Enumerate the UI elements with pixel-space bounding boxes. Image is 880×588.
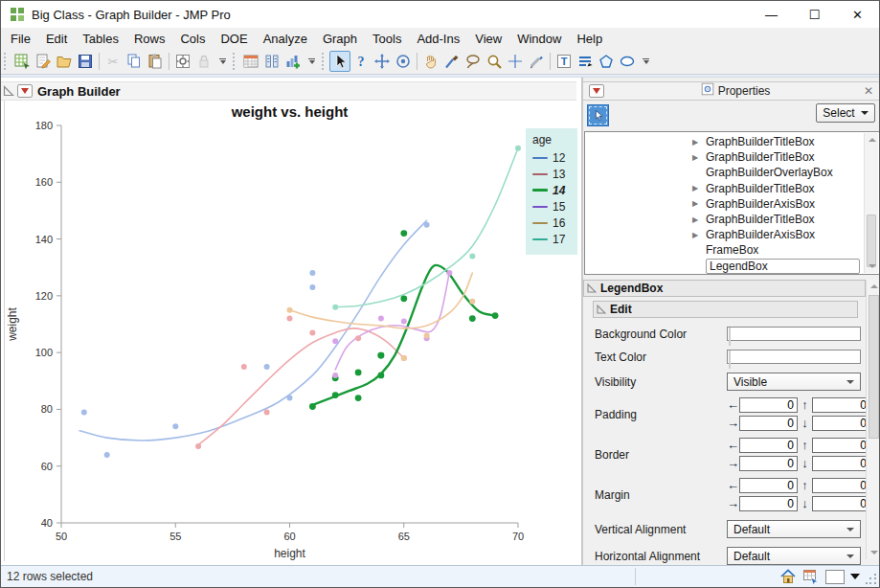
properties-red-triangle-button[interactable] bbox=[589, 84, 604, 98]
scrollbar-thumb[interactable] bbox=[869, 295, 879, 439]
legend-item-age-14[interactable]: 14 bbox=[532, 182, 577, 198]
visibility-select[interactable]: Visible bbox=[727, 373, 861, 391]
data-point-age-12[interactable] bbox=[104, 452, 110, 458]
scroll-down-icon[interactable] bbox=[865, 260, 879, 273]
data-point-age-14[interactable] bbox=[400, 295, 407, 302]
chart[interactable]: weight vs. height50556065704060801001201… bbox=[1, 101, 576, 565]
background-color-swatch[interactable] bbox=[727, 327, 861, 341]
menu-edit[interactable]: Edit bbox=[38, 30, 75, 48]
minimize-button[interactable]: — bbox=[750, 1, 793, 28]
toolbar-grip[interactable] bbox=[322, 53, 327, 70]
toolbar-overflow-icon[interactable] bbox=[641, 58, 651, 64]
lock-icon[interactable] bbox=[193, 51, 214, 72]
data-point-age-12[interactable] bbox=[264, 364, 270, 370]
data-point-age-15[interactable] bbox=[378, 316, 384, 322]
tree-item-graphbuilderaxisbox[interactable]: ▶GraphBuilderAxisBox bbox=[692, 227, 879, 242]
tree-item-graphbuildertitlebox[interactable]: ▶GraphBuilderTitleBox bbox=[692, 212, 879, 227]
save-icon[interactable] bbox=[75, 51, 96, 72]
menu-cols[interactable]: Cols bbox=[172, 30, 213, 48]
legend-item-age-12[interactable]: 12 bbox=[532, 149, 577, 166]
window-list-box[interactable] bbox=[825, 570, 845, 584]
padding-top-input[interactable] bbox=[812, 397, 870, 413]
text-color-swatch[interactable] bbox=[727, 350, 861, 364]
tree-scrollbar[interactable] bbox=[864, 133, 878, 273]
data-point-age-15[interactable] bbox=[332, 338, 338, 344]
legend-item-age-15[interactable]: 15 bbox=[532, 198, 577, 215]
journal-icon[interactable] bbox=[33, 51, 54, 72]
hand-icon[interactable] bbox=[420, 51, 441, 72]
add-graph-icon[interactable] bbox=[282, 51, 304, 72]
data-point-age-13[interactable] bbox=[264, 409, 270, 415]
data-point-age-14[interactable] bbox=[378, 373, 385, 379]
toolbar-grip[interactable] bbox=[233, 53, 237, 70]
bullseye-icon[interactable] bbox=[393, 51, 414, 72]
menu-addins[interactable]: Add-Ins bbox=[409, 30, 467, 48]
toolbar-overflow-icon[interactable] bbox=[306, 58, 317, 64]
move-tool-icon[interactable] bbox=[372, 51, 393, 72]
horizontal-alignment-select[interactable]: Default bbox=[727, 547, 861, 565]
lasso-icon[interactable] bbox=[463, 51, 484, 72]
padding-right-input[interactable] bbox=[739, 416, 798, 431]
data-point-age-13[interactable] bbox=[309, 329, 315, 335]
data-point-age-12[interactable] bbox=[309, 284, 315, 290]
border-left-input[interactable] bbox=[739, 438, 798, 453]
crosshair-icon[interactable] bbox=[505, 51, 526, 72]
toolbar-overflow-icon[interactable] bbox=[217, 58, 228, 64]
toolbar-grip[interactable] bbox=[4, 53, 9, 70]
edit-section-header[interactable]: Edit bbox=[593, 301, 858, 318]
data-point-age-14[interactable] bbox=[355, 370, 362, 376]
polygon-icon[interactable] bbox=[596, 51, 617, 72]
margin-bottom-input[interactable] bbox=[812, 496, 870, 511]
data-point-age-16[interactable] bbox=[424, 332, 430, 338]
data-point-age-16[interactable] bbox=[401, 355, 407, 361]
data-point-age-14[interactable] bbox=[355, 395, 362, 401]
data-point-age-15[interactable] bbox=[401, 319, 407, 325]
vertical-alignment-select[interactable]: Default bbox=[727, 520, 861, 538]
tree-item-graphbuilderoverlaybox[interactable]: GraphBuilderOverlayBox bbox=[692, 165, 879, 180]
data-point-age-17[interactable] bbox=[515, 146, 521, 151]
cut-icon[interactable]: ✂ bbox=[102, 51, 124, 72]
border-bottom-input[interactable] bbox=[812, 456, 870, 471]
selection-tool-button[interactable] bbox=[587, 104, 609, 126]
tree-item-graphbuilderaxisbox[interactable]: ▶GraphBuilderAxisBox bbox=[692, 196, 879, 212]
menu-doe[interactable]: DOE bbox=[213, 30, 255, 48]
tree-item-graphbuildertitlebox[interactable]: ▶GraphBuilderTitleBox bbox=[692, 181, 879, 196]
margin-top-input[interactable] bbox=[812, 478, 870, 493]
tree-item-legendbox[interactable]: LegendBox bbox=[692, 259, 879, 274]
close-button[interactable]: ✕ bbox=[836, 1, 879, 28]
annotate-lines-icon[interactable] bbox=[575, 51, 596, 72]
padding-bottom-input[interactable] bbox=[812, 416, 870, 431]
tree-item-graphbuildertitlebox[interactable]: ▶GraphBuilderTitleBox bbox=[692, 149, 879, 165]
legend-item-age-17[interactable]: 17 bbox=[532, 231, 577, 247]
data-point-age-15[interactable] bbox=[446, 270, 452, 276]
data-point-age-16[interactable] bbox=[469, 299, 475, 305]
data-point-age-14[interactable] bbox=[309, 403, 316, 410]
open-folder-icon[interactable] bbox=[54, 51, 75, 72]
tree-item-graphbuildertitlebox[interactable]: ▶GraphBuilderTitleBox bbox=[692, 134, 879, 149]
menu-tables[interactable]: Tables bbox=[75, 30, 126, 48]
scroll-down-icon[interactable] bbox=[867, 546, 879, 559]
data-point-age-12[interactable] bbox=[287, 396, 293, 401]
resize-grip[interactable] bbox=[866, 574, 877, 585]
status-dropdown-icon[interactable] bbox=[850, 574, 860, 579]
data-point-age-14[interactable] bbox=[492, 312, 499, 319]
data-point-age-14[interactable] bbox=[469, 315, 476, 322]
preferences-icon[interactable] bbox=[172, 51, 193, 72]
menu-rows[interactable]: Rows bbox=[126, 30, 173, 48]
menu-graph[interactable]: Graph bbox=[315, 30, 365, 48]
border-right-input[interactable] bbox=[739, 456, 798, 471]
margin-right-input[interactable] bbox=[739, 496, 798, 511]
margin-left-input[interactable] bbox=[739, 478, 798, 493]
data-point-age-14[interactable] bbox=[332, 392, 339, 398]
data-point-age-17[interactable] bbox=[332, 305, 338, 310]
properties-close-icon[interactable]: ✕ bbox=[862, 84, 875, 98]
new-data-table-icon[interactable] bbox=[11, 51, 33, 72]
maximize-button[interactable]: ☐ bbox=[793, 1, 836, 28]
menu-analyze[interactable]: Analyze bbox=[256, 30, 315, 48]
expand-arrow-icon[interactable]: ▶ bbox=[692, 199, 706, 208]
data-point-age-13[interactable] bbox=[195, 443, 201, 449]
expand-arrow-icon[interactable]: ▶ bbox=[692, 138, 706, 147]
scroll-up-icon[interactable] bbox=[865, 133, 879, 147]
red-triangle-menu-button[interactable] bbox=[17, 84, 33, 98]
outline-collapse-icon[interactable] bbox=[3, 85, 14, 97]
